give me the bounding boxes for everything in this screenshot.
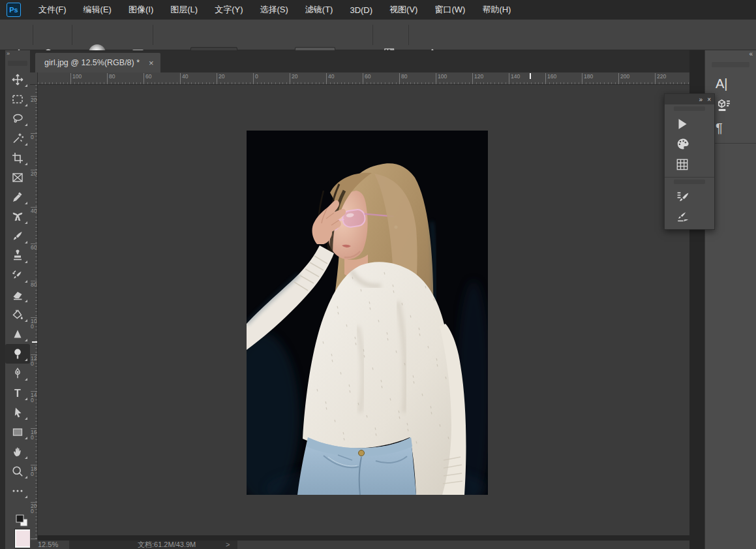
blur-tool[interactable] bbox=[5, 324, 30, 344]
dodge-tool[interactable] bbox=[5, 344, 30, 364]
rectangle-tool[interactable] bbox=[5, 422, 30, 442]
pen-tool[interactable] bbox=[5, 364, 30, 383]
menu-item-4[interactable]: 图层(L) bbox=[162, 0, 206, 20]
menu-item-2[interactable]: 编辑(E) bbox=[75, 0, 120, 20]
frame-tool[interactable] bbox=[5, 168, 30, 187]
toolbar-edge bbox=[0, 50, 5, 549]
hruler-label: 140 bbox=[509, 73, 520, 85]
vertical-ruler[interactable]: 200204060801001201401601802002 bbox=[30, 85, 38, 541]
dock-ghost-label bbox=[712, 62, 749, 67]
hruler-label: 160 bbox=[545, 73, 556, 85]
document-tab[interactable]: girl.jpg @ 12.5%(RGB/8) * × bbox=[35, 53, 160, 72]
object-selection-tool[interactable] bbox=[5, 129, 30, 148]
ruler-cursor-marker bbox=[32, 341, 38, 343]
svg-text:T: T bbox=[14, 388, 21, 399]
toolbar: » T bbox=[5, 50, 30, 549]
hruler-label: 40 bbox=[180, 73, 188, 85]
move-tool[interactable] bbox=[5, 70, 30, 89]
paint-bucket-tool[interactable] bbox=[5, 305, 30, 324]
menu-item-1[interactable]: 文件(F) bbox=[30, 0, 75, 20]
lasso-tool[interactable] bbox=[5, 109, 30, 129]
brush-tool[interactable] bbox=[5, 227, 30, 246]
hruler-label: 100 bbox=[70, 73, 82, 85]
menu-item-6[interactable]: 选择(S) bbox=[251, 0, 296, 20]
patterns-panel-icon[interactable] bbox=[665, 154, 716, 174]
status-bar: 12.5% 文档:61.2M/43.9M > bbox=[30, 541, 689, 549]
path-selection-tool[interactable] bbox=[5, 403, 30, 422]
status-zoom-level[interactable]: 12.5% bbox=[38, 541, 58, 548]
history-brush-tool[interactable] bbox=[5, 266, 30, 285]
healing-brush-tool[interactable] bbox=[5, 207, 30, 227]
hruler-label: 60 bbox=[363, 73, 370, 85]
crop-tool[interactable] bbox=[5, 148, 30, 168]
eraser-tool[interactable] bbox=[5, 285, 30, 305]
document-tab-bar: girl.jpg @ 12.5%(RGB/8) * × bbox=[30, 50, 689, 72]
toolbar-ghost-label bbox=[8, 61, 27, 66]
hruler-label: 20 bbox=[217, 73, 224, 85]
ruler-cursor-marker bbox=[530, 73, 531, 79]
menu-item-10[interactable]: 窗口(W) bbox=[426, 0, 474, 20]
menu-item-3[interactable]: 图像(I) bbox=[120, 0, 162, 20]
actions-panel-icon[interactable] bbox=[665, 114, 716, 134]
menu-item-9[interactable]: 视图(V) bbox=[381, 0, 426, 20]
zoom-tool[interactable] bbox=[5, 462, 30, 481]
dock-collapse-icon[interactable]: « bbox=[705, 50, 756, 61]
document-tab-title: girl.jpg @ 12.5%(RGB/8) * bbox=[44, 58, 140, 67]
vruler-label: 20 bbox=[31, 170, 37, 176]
document-image-girl[interactable] bbox=[247, 131, 488, 495]
status-chevron-icon[interactable]: > bbox=[226, 541, 230, 548]
swatches-panel-icon[interactable] bbox=[665, 134, 716, 154]
menu-item-5[interactable]: 文字(Y) bbox=[206, 0, 251, 20]
brush-settings-panel-icon[interactable] bbox=[665, 187, 716, 207]
floating-panel-header: » × bbox=[665, 94, 714, 104]
close-icon[interactable]: × bbox=[149, 58, 154, 68]
menu-item-7[interactable]: 滤镜(T) bbox=[297, 0, 342, 20]
type-tool[interactable]: T bbox=[5, 383, 30, 403]
hruler-label: 60 bbox=[144, 73, 151, 85]
hruler-label: 200 bbox=[618, 73, 629, 85]
brushes-panel-icon[interactable] bbox=[665, 207, 716, 227]
hruler-label: 220 bbox=[655, 73, 666, 85]
horizontal-ruler[interactable]: 1008060402002040608010012014016018020022… bbox=[38, 72, 689, 85]
panel-ghost-label bbox=[674, 180, 705, 184]
floating-panel: » × bbox=[664, 93, 715, 230]
vruler-label: 120 bbox=[31, 354, 37, 366]
hruler-label: 80 bbox=[107, 73, 115, 85]
vruler-label: 40 bbox=[31, 207, 37, 213]
hruler-label: 0 bbox=[253, 73, 258, 85]
panel-collapse-icon[interactable]: » bbox=[699, 96, 703, 103]
vruler-label: 80 bbox=[31, 281, 37, 287]
toolbar-collapse-icon[interactable]: » bbox=[5, 50, 30, 59]
vruler-label: 200 bbox=[31, 502, 37, 514]
photoshop-logo-icon: Ps bbox=[7, 3, 21, 17]
panel-close-icon[interactable]: × bbox=[707, 96, 710, 103]
menu-bar: Ps 文件(F)编辑(E)图像(I)图层(L)文字(Y)选择(S)滤镜(T)3D… bbox=[0, 0, 756, 20]
hand-tool[interactable] bbox=[5, 442, 30, 462]
photoshop-window: Ps 文件(F)编辑(E)图像(I)图层(L)文字(Y)选择(S)滤镜(T)3D… bbox=[0, 0, 756, 549]
panel-divider bbox=[665, 177, 714, 178]
ruler-corner[interactable] bbox=[30, 72, 38, 85]
hruler-label: 20 bbox=[290, 73, 297, 85]
tool-options-bar: ⌄ 25 ⌄ 范围: 阴影 ⌄ 曝光度: 100% ⌄ bbox=[0, 20, 756, 50]
vruler-label: 20 bbox=[31, 96, 37, 102]
menu-item-11[interactable]: 帮助(H) bbox=[474, 0, 519, 20]
vruler-label: 180 bbox=[31, 465, 37, 477]
marquee-tool[interactable] bbox=[5, 89, 30, 109]
eyedropper-tool[interactable] bbox=[5, 187, 30, 207]
character-panel-icon[interactable]: A| bbox=[705, 72, 756, 95]
menu-item-8[interactable]: 3D(D) bbox=[341, 0, 381, 20]
hruler-label: 80 bbox=[399, 73, 407, 85]
clone-stamp-tool[interactable] bbox=[5, 246, 30, 266]
canvas-pasteboard[interactable] bbox=[38, 85, 689, 541]
hruler-label: 100 bbox=[436, 73, 447, 85]
hruler-label: 40 bbox=[326, 73, 334, 85]
vruler-label: 160 bbox=[31, 428, 37, 440]
vruler-label: 0 bbox=[31, 133, 37, 140]
panel-ghost-label bbox=[674, 106, 705, 111]
edit-toolbar-icon[interactable] bbox=[5, 481, 30, 501]
hruler-label: 180 bbox=[582, 73, 593, 85]
vruler-label: 140 bbox=[31, 391, 37, 403]
vruler-label: 100 bbox=[31, 317, 37, 329]
status-doc-segment: 文档:61.2M/43.9M bbox=[69, 541, 237, 549]
hruler-label: 120 bbox=[472, 73, 483, 85]
